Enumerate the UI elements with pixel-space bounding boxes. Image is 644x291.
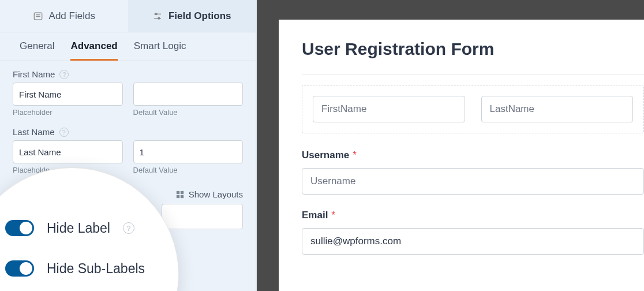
email-field: Email * sullie@wpforms.com <box>302 210 644 255</box>
subtab-advanced[interactable]: Advanced <box>70 40 117 61</box>
fields-area: First Name ? Placeholder Default Value L… <box>0 61 256 185</box>
last-name-placeholder-input[interactable] <box>13 140 123 163</box>
svg-rect-9 <box>177 195 179 197</box>
svg-rect-10 <box>181 195 184 197</box>
help-icon[interactable]: ? <box>59 70 69 79</box>
top-tabs: Add Fields Field Options <box>0 0 256 32</box>
grid-icon <box>176 191 184 199</box>
hide-label-text: Hide Label <box>47 221 110 236</box>
hide-sublabels-row: Hide Sub-Labels <box>5 260 155 277</box>
last-name-default-caption: Default Value <box>133 166 244 174</box>
subtab-smart-logic[interactable]: Smart Logic <box>134 40 186 61</box>
last-name-label: Last Name <box>13 127 55 137</box>
hide-sublabels-text: Hide Sub-Labels <box>47 261 145 277</box>
first-name-label: First Name <box>13 69 55 79</box>
email-preview-input[interactable]: sullie@wpforms.com <box>302 228 644 255</box>
hide-label-row: Hide Label ? <box>5 220 155 236</box>
tab-field-options[interactable]: Field Options <box>128 0 256 32</box>
username-label: Username <box>302 150 349 161</box>
page-title: User Registration Form <box>302 39 644 59</box>
tab-field-options-label: Field Options <box>169 10 231 22</box>
required-mark: * <box>331 210 335 221</box>
help-icon[interactable]: ? <box>59 128 69 137</box>
last-name-label-row: Last Name ? <box>13 127 243 137</box>
show-layouts-label: Show Layouts <box>189 189 243 199</box>
first-name-placeholder-caption: Placeholder <box>13 108 123 117</box>
hide-label-toggle[interactable] <box>5 220 34 236</box>
help-icon[interactable]: ? <box>123 222 134 234</box>
sub-tabs: General Advanced Smart Logic <box>0 32 256 61</box>
form-icon <box>33 11 43 21</box>
left-panel: Add Fields Field Options General Advance… <box>0 0 257 291</box>
hide-sublabels-toggle[interactable] <box>5 260 34 277</box>
first-name-label-row: First Name ? <box>13 69 243 79</box>
first-name-placeholder-input[interactable] <box>13 83 123 106</box>
extra-input[interactable] <box>162 204 243 229</box>
last-name-preview-input[interactable]: LastName <box>481 96 634 122</box>
svg-rect-0 <box>34 13 42 20</box>
email-label: Email <box>302 210 328 221</box>
last-name-default-input[interactable] <box>133 140 244 163</box>
preview-page: User Registration Form FirstName LastNam… <box>279 20 644 291</box>
svg-rect-8 <box>181 191 184 193</box>
name-field-group[interactable]: FirstName LastName <box>302 85 644 133</box>
username-field: Username * Username <box>302 150 644 195</box>
sliders-icon <box>152 11 163 21</box>
first-name-default-input[interactable] <box>133 83 244 106</box>
tab-add-fields[interactable]: Add Fields <box>0 0 128 32</box>
preview-area: User Registration Form FirstName LastNam… <box>257 0 644 291</box>
first-name-preview-input[interactable]: FirstName <box>313 96 465 122</box>
subtab-general[interactable]: General <box>20 40 54 61</box>
svg-rect-7 <box>177 191 179 193</box>
divider <box>302 74 644 74</box>
username-preview-input[interactable]: Username <box>302 168 644 195</box>
tab-add-fields-label: Add Fields <box>49 10 95 22</box>
first-name-default-caption: Default Value <box>133 108 244 117</box>
required-mark: * <box>353 150 357 161</box>
